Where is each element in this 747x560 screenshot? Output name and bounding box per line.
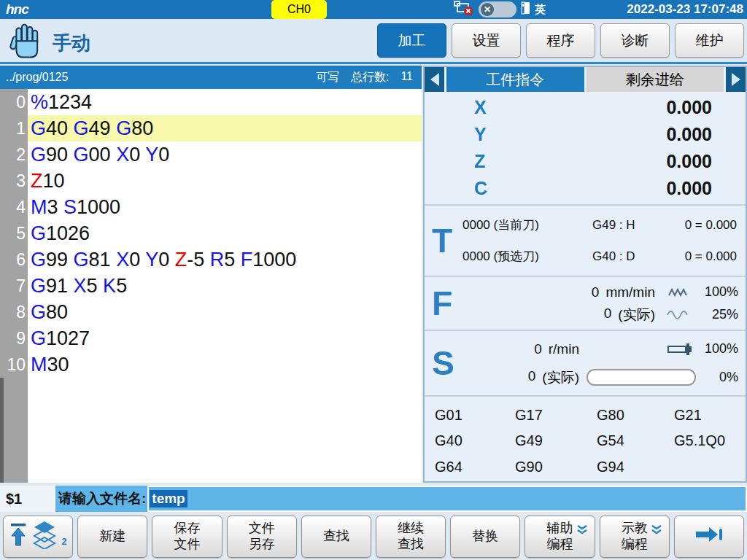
main-tab-4[interactable]: 维护 — [675, 23, 744, 58]
prompt-strip: 请输入文件名: temp — [55, 486, 747, 512]
code-token: G — [31, 249, 46, 271]
code-line[interactable]: 10M30 — [0, 351, 422, 378]
override-percent: 100% — [696, 284, 738, 300]
hnc-logo: hnc — [6, 1, 28, 18]
main-tab-1[interactable]: 设置 — [452, 23, 521, 58]
spindle-letter: S — [432, 346, 454, 380]
softkey-label: 另存 — [249, 537, 275, 553]
override-number: 0 — [528, 368, 536, 387]
softkey-label: 示教 — [622, 521, 648, 537]
code-line[interactable]: 2G90 G00 X0 Y0 — [0, 141, 422, 168]
override-row: 0(实际)25% — [462, 303, 738, 326]
modal-gcode: G49 — [515, 429, 597, 455]
axis-value: 0.000 — [666, 151, 712, 172]
code-line[interactable]: 8G80 — [0, 299, 422, 325]
code-line[interactable]: 5G1026 — [0, 220, 422, 246]
softkey-label: 辅助 — [547, 521, 573, 537]
code-token: G — [116, 117, 131, 139]
code-line[interactable]: 4M3 S1000 — [0, 194, 422, 220]
tab-remaining-feed[interactable]: 剩余进给 — [587, 67, 724, 92]
code-token: 0 — [129, 249, 145, 271]
code-line[interactable]: 1G40 G49 G80 — [0, 115, 422, 141]
code-token: 1234 — [48, 91, 92, 113]
override-value: 0mm/min — [592, 284, 655, 300]
code-token: 5 — [87, 275, 104, 297]
new-file-button[interactable]: 新建 — [77, 516, 147, 558]
code-line[interactable]: 9G1027 — [0, 325, 422, 351]
softkey-label: 编程 — [622, 537, 648, 553]
line-number: 2 — [0, 141, 28, 168]
editor-body[interactable]: 0%12341G40 G49 G802G90 G00 X0 Y03Z104M3 … — [0, 89, 422, 483]
code-token: 5 — [116, 275, 127, 297]
code-line[interactable]: 6G99 G81 X0 Y0 Z-5 R5 F1000 — [0, 246, 422, 273]
line-code: M30 — [28, 351, 422, 378]
code-token: G — [74, 117, 89, 139]
teach-programming-button[interactable]: 示教编程 — [600, 516, 670, 558]
main-tabs: 加工设置程序诊断维护 — [377, 23, 744, 58]
save-as-button[interactable]: 文件另存 — [227, 516, 297, 558]
tab-workpiece-command[interactable]: 工件指令 — [446, 67, 584, 92]
command-line: $1 请输入文件名: temp — [0, 486, 747, 512]
feed-rows: 0mm/min100%0(实际)25% — [462, 281, 738, 326]
main-tab-0[interactable]: 加工 — [377, 23, 446, 58]
modal-gcode: G94 — [597, 456, 674, 481]
filename-input[interactable]: temp — [147, 486, 747, 512]
layers-count-badge: 2 — [61, 536, 66, 548]
override-percent: 25% — [696, 307, 738, 322]
softkey-label: 查找 — [323, 529, 349, 545]
scroll-layers-button[interactable]: 2 — [3, 516, 73, 558]
override-number: 0 — [592, 284, 600, 300]
load-bar — [585, 369, 696, 386]
line-number: 8 — [0, 299, 28, 325]
line-code: Z10 — [28, 168, 422, 194]
channel-badge: CH0 — [271, 0, 327, 19]
code-token: 49 — [89, 117, 117, 139]
language-indicator[interactable]: 英 — [535, 3, 546, 17]
code-token: 0 — [129, 144, 145, 166]
code-token: X — [116, 144, 129, 166]
aux-programming-button[interactable]: 辅助编程 — [525, 516, 595, 558]
modal-gcode: G5.1Q0 — [674, 429, 746, 455]
filename-prompt: 请输入文件名: — [55, 489, 147, 508]
find-button[interactable]: 查找 — [301, 516, 371, 558]
save-file-button[interactable]: 保存文件 — [152, 516, 222, 558]
chevron-double-down-icon — [576, 524, 588, 540]
code-token: -5 — [187, 249, 210, 271]
replace-button[interactable]: 替换 — [450, 516, 520, 558]
tool-rows: 0000 (当前刀)G49 : H0 = 0.0000000 (预选刀)G40 … — [462, 209, 738, 272]
code-token: 1026 — [46, 222, 90, 244]
tool-comp-value: 0 = 0.000 — [674, 249, 738, 264]
code-token: G — [31, 275, 46, 297]
spindle-rows: 0r/min100%0(实际)0% — [462, 335, 738, 392]
code-token: 91 — [46, 275, 74, 297]
code-line[interactable]: 7G91 X5 K5 — [0, 273, 422, 299]
find-next-button[interactable]: 继续查找 — [376, 516, 446, 558]
axis-value: 0.000 — [666, 124, 712, 145]
code-token: 30 — [47, 354, 69, 376]
line-code: G99 G81 X0 Y0 Z-5 R5 F1000 — [28, 246, 422, 273]
feed-override-icon — [661, 309, 696, 321]
line-number: 4 — [0, 194, 28, 220]
next-menu-button[interactable] — [674, 516, 744, 558]
code-token: Z — [31, 170, 43, 192]
next-page-arrow[interactable] — [726, 67, 746, 92]
feed-section: F 0mm/min100%0(实际)25% — [425, 277, 746, 331]
axis-value: 0.000 — [666, 178, 712, 199]
line-code: G91 X5 K5 — [28, 273, 422, 299]
code-token: M — [31, 196, 47, 218]
code-token: X — [74, 275, 87, 297]
line-number: 10 — [0, 351, 28, 378]
prev-page-arrow[interactable] — [425, 67, 444, 92]
code-line[interactable]: 0%1234 — [0, 89, 422, 115]
code-token: R — [210, 249, 225, 271]
main-tab-3[interactable]: 诊断 — [600, 23, 670, 58]
tool-comp-code: G40 : D — [592, 249, 674, 264]
manual-mode-hand-icon — [6, 21, 41, 65]
axis-name: C — [474, 178, 487, 199]
code-token: Y — [145, 249, 158, 271]
code-token: S — [63, 196, 77, 218]
code-token: 0 — [158, 144, 169, 166]
code-token: 3 — [47, 196, 64, 218]
code-line[interactable]: 3Z10 — [0, 168, 422, 194]
main-tab-2[interactable]: 程序 — [526, 23, 595, 58]
